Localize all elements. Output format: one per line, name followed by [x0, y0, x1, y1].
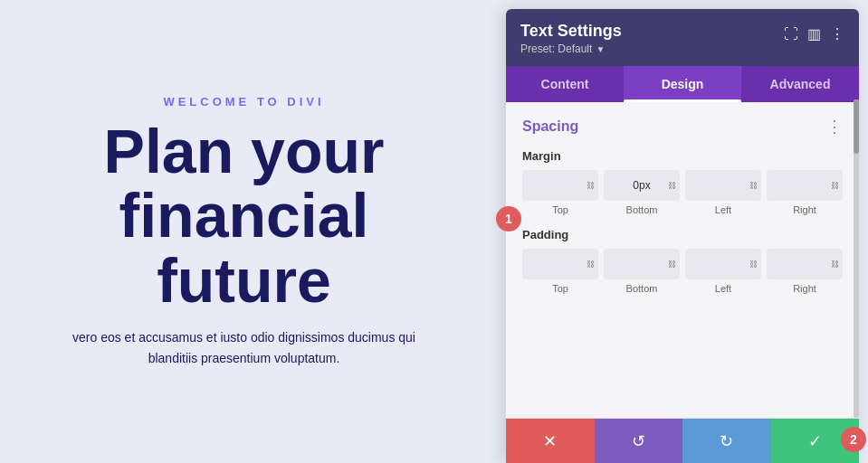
margin-group: Margin ⛓ Top ⛓ Bottom [522, 149, 843, 215]
margin-right-label: Right [793, 204, 816, 215]
link-icon-left: ⛓ [749, 181, 758, 190]
panel-footer: ✕ ↺ ↻ ✓ [506, 418, 859, 463]
margin-bottom-label: Bottom [626, 204, 658, 215]
hero-heading: Plan your financial future [104, 119, 385, 313]
margin-left-input[interactable] [691, 179, 756, 192]
padding-group: Padding ⛓ Top ⛓ Bottom [522, 228, 843, 294]
padding-top-label: Top [552, 283, 568, 294]
margin-bottom-input-wrapper: ⛓ [604, 170, 680, 201]
link-icon-bottom: ⛓ [668, 181, 676, 190]
padding-label: Padding [522, 228, 843, 241]
padding-field-row: ⛓ Top ⛓ Bottom ⛓ [522, 249, 843, 294]
padding-left-cell: ⛓ Left [685, 249, 761, 294]
padding-top-input[interactable] [528, 258, 593, 270]
cancel-button[interactable]: ✕ [506, 419, 595, 463]
margin-top-label: Top [552, 204, 568, 215]
margin-top-input-wrapper: ⛓ [522, 170, 598, 201]
badge-1: 1 [496, 206, 521, 232]
padding-right-input-wrapper: ⛓ [767, 249, 843, 279]
link-icon-top: ⛓ [587, 181, 595, 190]
link-icon-right: ⛓ [831, 181, 839, 190]
padding-top-input-wrapper: ⛓ [522, 249, 598, 279]
padding-left-input[interactable] [691, 258, 756, 270]
padding-bottom-input[interactable] [609, 258, 674, 270]
margin-field-row: ⛓ Top ⛓ Bottom ⛓ [522, 170, 843, 215]
margin-bottom-input[interactable] [609, 179, 674, 192]
tab-content[interactable]: Content [506, 66, 624, 102]
hero-subtext: vero eos et accusamus et iusto odio dign… [72, 327, 416, 368]
padding-right-input[interactable] [772, 258, 837, 270]
more-options-icon[interactable]: ⋮ [830, 25, 844, 43]
section-menu-icon[interactable]: ⋮ [826, 117, 843, 137]
panel-header-icons: ⛶ ▥ ⋮ [784, 25, 844, 43]
section-header: Spacing ⋮ [522, 117, 843, 137]
columns-icon[interactable]: ▥ [807, 25, 821, 43]
margin-left-cell: ⛓ Left [685, 170, 761, 215]
badge-2: 2 [841, 427, 866, 452]
preset-dropdown-arrow[interactable]: ▼ [596, 44, 605, 54]
link-icon-pad-right: ⛓ [831, 260, 839, 269]
padding-right-cell: ⛓ Right [767, 249, 843, 294]
redo-button[interactable]: ↻ [682, 419, 771, 463]
settings-panel: Text Settings Preset: Default ▼ ⛶ ▥ ⋮ Co… [506, 9, 859, 463]
margin-right-input[interactable] [772, 179, 837, 192]
undo-button[interactable]: ↺ [595, 419, 683, 463]
panel-title: Text Settings [520, 22, 622, 41]
panel-preset[interactable]: Preset: Default ▼ [520, 43, 622, 55]
padding-left-label: Left [715, 283, 731, 294]
tab-advanced[interactable]: Advanced [741, 66, 859, 102]
margin-label: Margin [522, 149, 843, 163]
margin-right-cell: ⛓ Right [767, 170, 843, 215]
link-icon-pad-top: ⛓ [587, 260, 595, 269]
margin-left-input-wrapper: ⛓ [685, 170, 761, 201]
scrollbar[interactable] [854, 99, 859, 418]
margin-top-cell: ⛓ Top [522, 170, 598, 215]
padding-top-cell: ⛓ Top [522, 249, 598, 294]
margin-left-label: Left [715, 204, 731, 215]
padding-right-label: Right [793, 283, 816, 294]
margin-top-input[interactable] [528, 179, 593, 192]
spacing-section: Spacing ⋮ Margin ⛓ Top [506, 102, 859, 310]
scrollbar-thumb[interactable] [854, 99, 859, 154]
link-icon-pad-left: ⛓ [749, 260, 758, 269]
margin-bottom-cell: ⛓ Bottom [604, 170, 680, 215]
link-icon-pad-bottom: ⛓ [668, 260, 676, 269]
margin-right-input-wrapper: ⛓ [767, 170, 843, 201]
panel-body: Spacing ⋮ Margin ⛓ Top [506, 102, 859, 418]
padding-bottom-input-wrapper: ⛓ [604, 249, 680, 279]
left-content: WELCOME TO DIVI Plan your financial futu… [0, 0, 506, 463]
expand-icon[interactable]: ⛶ [784, 26, 798, 43]
padding-bottom-cell: ⛓ Bottom [604, 249, 680, 294]
section-title: Spacing [522, 118, 578, 135]
welcome-text: WELCOME TO DIVI [163, 95, 324, 109]
padding-left-input-wrapper: ⛓ [685, 249, 761, 279]
padding-bottom-label: Bottom [626, 283, 658, 294]
panel-header: Text Settings Preset: Default ▼ ⛶ ▥ ⋮ [506, 9, 859, 66]
tab-design[interactable]: Design [624, 66, 741, 102]
panel-title-group: Text Settings Preset: Default ▼ [520, 22, 622, 55]
tabs: Content Design Advanced [506, 66, 859, 102]
